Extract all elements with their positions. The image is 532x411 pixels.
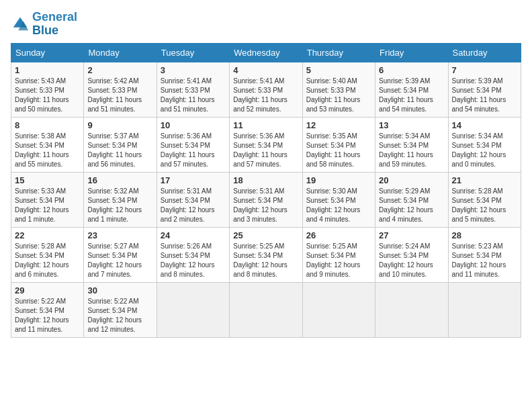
day-number: 15 — [15, 175, 80, 185]
cell-info: Sunrise: 5:36 AMSunset: 5:34 PMDaylight:… — [233, 132, 287, 168]
calendar-cell: 5Sunrise: 5:40 AMSunset: 5:33 PMDaylight… — [302, 62, 375, 117]
calendar-table: SundayMondayTuesdayWednesdayThursdayFrid… — [11, 43, 521, 338]
calendar-cell: 29Sunrise: 5:22 AMSunset: 5:34 PMDayligh… — [11, 282, 84, 337]
day-number: 2 — [87, 65, 152, 75]
cell-info: Sunrise: 5:27 AMSunset: 5:34 PMDaylight:… — [87, 242, 142, 278]
cell-info: Sunrise: 5:37 AMSunset: 5:34 PMDaylight:… — [87, 132, 142, 168]
calendar-cell: 3Sunrise: 5:41 AMSunset: 5:33 PMDaylight… — [157, 62, 229, 117]
cell-info: Sunrise: 5:40 AMSunset: 5:33 PMDaylight:… — [306, 77, 361, 113]
cell-info: Sunrise: 5:33 AMSunset: 5:34 PMDaylight:… — [15, 187, 69, 223]
day-number: 18 — [233, 175, 298, 185]
day-number: 16 — [87, 175, 152, 185]
calendar-cell: 27Sunrise: 5:24 AMSunset: 5:34 PMDayligh… — [375, 227, 448, 282]
calendar-cell: 6Sunrise: 5:39 AMSunset: 5:34 PMDaylight… — [375, 62, 448, 117]
cell-info: Sunrise: 5:39 AMSunset: 5:34 PMDaylight:… — [379, 77, 433, 113]
calendar-cell: 4Sunrise: 5:41 AMSunset: 5:33 PMDaylight… — [230, 62, 302, 117]
calendar-cell: 28Sunrise: 5:23 AMSunset: 5:34 PMDayligh… — [448, 227, 521, 282]
weekday-header-wednesday: Wednesday — [230, 43, 302, 62]
cell-info: Sunrise: 5:22 AMSunset: 5:34 PMDaylight:… — [15, 298, 69, 333]
cell-info: Sunrise: 5:34 AMSunset: 5:34 PMDaylight:… — [452, 132, 506, 168]
cell-info: Sunrise: 5:41 AMSunset: 5:33 PMDaylight:… — [233, 77, 287, 113]
day-number: 4 — [233, 65, 298, 75]
calendar-cell: 22Sunrise: 5:28 AMSunset: 5:34 PMDayligh… — [11, 227, 84, 282]
cell-info: Sunrise: 5:42 AMSunset: 5:33 PMDaylight:… — [87, 77, 142, 113]
cell-info: Sunrise: 5:36 AMSunset: 5:34 PMDaylight:… — [161, 132, 215, 168]
day-number: 17 — [161, 175, 226, 185]
calendar-cell — [448, 282, 521, 337]
calendar-cell: 26Sunrise: 5:25 AMSunset: 5:34 PMDayligh… — [302, 227, 375, 282]
weekday-header-thursday: Thursday — [302, 43, 375, 62]
day-number: 28 — [452, 230, 517, 240]
calendar-cell: 17Sunrise: 5:31 AMSunset: 5:34 PMDayligh… — [157, 172, 229, 227]
calendar-cell: 1Sunrise: 5:43 AMSunset: 5:33 PMDaylight… — [11, 62, 84, 117]
cell-info: Sunrise: 5:23 AMSunset: 5:34 PMDaylight:… — [452, 242, 506, 278]
day-number: 5 — [306, 65, 371, 75]
cell-info: Sunrise: 5:31 AMSunset: 5:34 PMDaylight:… — [233, 187, 287, 223]
cell-info: Sunrise: 5:31 AMSunset: 5:34 PMDaylight:… — [161, 187, 215, 223]
calendar-cell: 30Sunrise: 5:22 AMSunset: 5:34 PMDayligh… — [84, 282, 157, 337]
day-number: 13 — [379, 120, 444, 130]
calendar-cell: 7Sunrise: 5:39 AMSunset: 5:34 PMDaylight… — [448, 62, 521, 117]
day-number: 24 — [161, 230, 226, 240]
day-number: 21 — [452, 175, 517, 185]
day-number: 9 — [87, 120, 152, 130]
cell-info: Sunrise: 5:35 AMSunset: 5:34 PMDaylight:… — [306, 132, 361, 168]
day-number: 23 — [87, 230, 152, 240]
cell-info: Sunrise: 5:34 AMSunset: 5:34 PMDaylight:… — [379, 132, 433, 168]
day-number: 26 — [306, 230, 371, 240]
logo-icon — [11, 15, 30, 34]
calendar-cell: 8Sunrise: 5:38 AMSunset: 5:34 PMDaylight… — [11, 117, 84, 172]
calendar-cell: 20Sunrise: 5:29 AMSunset: 5:34 PMDayligh… — [375, 172, 448, 227]
weekday-header-monday: Monday — [84, 43, 157, 62]
day-number: 20 — [379, 175, 444, 185]
day-number: 1 — [15, 65, 80, 75]
cell-info: Sunrise: 5:38 AMSunset: 5:34 PMDaylight:… — [15, 132, 69, 168]
cell-info: Sunrise: 5:26 AMSunset: 5:34 PMDaylight:… — [161, 242, 215, 278]
day-number: 30 — [87, 285, 152, 295]
calendar-cell — [302, 282, 375, 337]
calendar-cell: 25Sunrise: 5:25 AMSunset: 5:34 PMDayligh… — [230, 227, 302, 282]
weekday-header-friday: Friday — [375, 43, 448, 62]
day-number: 10 — [161, 120, 226, 130]
day-number: 19 — [306, 175, 371, 185]
calendar-cell: 14Sunrise: 5:34 AMSunset: 5:34 PMDayligh… — [448, 117, 521, 172]
calendar-cell: 19Sunrise: 5:30 AMSunset: 5:34 PMDayligh… — [302, 172, 375, 227]
cell-info: Sunrise: 5:22 AMSunset: 5:34 PMDaylight:… — [87, 298, 142, 333]
weekday-header-sunday: Sunday — [11, 43, 84, 62]
day-number: 14 — [452, 120, 517, 130]
calendar-cell: 2Sunrise: 5:42 AMSunset: 5:33 PMDaylight… — [84, 62, 157, 117]
day-number: 6 — [379, 65, 444, 75]
cell-info: Sunrise: 5:24 AMSunset: 5:34 PMDaylight:… — [379, 242, 433, 278]
calendar-cell: 12Sunrise: 5:35 AMSunset: 5:34 PMDayligh… — [302, 117, 375, 172]
calendar-cell: 13Sunrise: 5:34 AMSunset: 5:34 PMDayligh… — [375, 117, 448, 172]
calendar-cell — [157, 282, 229, 337]
calendar-cell: 23Sunrise: 5:27 AMSunset: 5:34 PMDayligh… — [84, 227, 157, 282]
day-number: 7 — [452, 65, 517, 75]
page-header: GeneralBlue — [11, 11, 521, 38]
calendar-cell — [375, 282, 448, 337]
calendar-cell — [230, 282, 302, 337]
cell-info: Sunrise: 5:41 AMSunset: 5:33 PMDaylight:… — [161, 77, 215, 113]
day-number: 29 — [15, 285, 80, 295]
cell-info: Sunrise: 5:25 AMSunset: 5:34 PMDaylight:… — [306, 242, 361, 278]
calendar-cell: 11Sunrise: 5:36 AMSunset: 5:34 PMDayligh… — [230, 117, 302, 172]
logo: GeneralBlue — [11, 11, 77, 38]
day-number: 11 — [233, 120, 298, 130]
logo-text: GeneralBlue — [32, 11, 77, 38]
weekday-header-saturday: Saturday — [448, 43, 521, 62]
weekday-header-tuesday: Tuesday — [157, 43, 229, 62]
cell-info: Sunrise: 5:43 AMSunset: 5:33 PMDaylight:… — [15, 77, 69, 113]
cell-info: Sunrise: 5:28 AMSunset: 5:34 PMDaylight:… — [452, 187, 506, 223]
day-number: 8 — [15, 120, 80, 130]
calendar-cell: 9Sunrise: 5:37 AMSunset: 5:34 PMDaylight… — [84, 117, 157, 172]
day-number: 3 — [161, 65, 226, 75]
cell-info: Sunrise: 5:28 AMSunset: 5:34 PMDaylight:… — [15, 242, 69, 278]
cell-info: Sunrise: 5:32 AMSunset: 5:34 PMDaylight:… — [87, 187, 142, 223]
calendar-cell: 15Sunrise: 5:33 AMSunset: 5:34 PMDayligh… — [11, 172, 84, 227]
day-number: 25 — [233, 230, 298, 240]
calendar-cell: 21Sunrise: 5:28 AMSunset: 5:34 PMDayligh… — [448, 172, 521, 227]
cell-info: Sunrise: 5:29 AMSunset: 5:34 PMDaylight:… — [379, 187, 433, 223]
calendar-cell: 16Sunrise: 5:32 AMSunset: 5:34 PMDayligh… — [84, 172, 157, 227]
calendar-cell: 18Sunrise: 5:31 AMSunset: 5:34 PMDayligh… — [230, 172, 302, 227]
day-number: 27 — [379, 230, 444, 240]
